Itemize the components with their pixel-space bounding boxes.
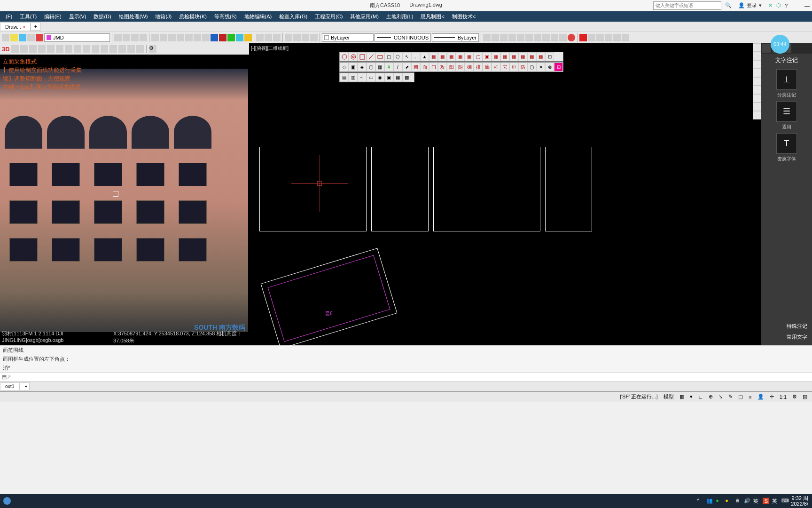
save-icon[interactable] bbox=[123, 34, 130, 41]
tray-sogou-icon[interactable]: S bbox=[763, 498, 769, 504]
c1-icon[interactable]: 圖 bbox=[411, 63, 420, 71]
sb-lw[interactable]: ≡ bbox=[747, 394, 753, 400]
c11-icon[interactable]: 它 bbox=[500, 63, 509, 71]
menu-sifan[interactable]: 思凡制图< bbox=[417, 12, 448, 22]
vt-8-icon[interactable] bbox=[753, 103, 761, 111]
3d-tool-15-icon[interactable] bbox=[136, 45, 144, 53]
grid-icon[interactable] bbox=[273, 34, 281, 41]
new-icon[interactable] bbox=[114, 34, 122, 41]
c12-icon[interactable]: 框 bbox=[509, 63, 518, 71]
command-input[interactable] bbox=[11, 374, 810, 380]
d7-icon[interactable]: ▦ bbox=[393, 73, 402, 82]
brush-icon[interactable] bbox=[194, 34, 201, 41]
c17-icon[interactable]: ⊡ bbox=[554, 63, 563, 71]
diamond-icon[interactable]: ◇ bbox=[340, 63, 349, 71]
c6-icon[interactable]: 阴 bbox=[456, 63, 465, 71]
sel-f-icon[interactable] bbox=[525, 34, 533, 41]
sb-person[interactable]: 👤 bbox=[756, 394, 766, 400]
layer-lock-icon[interactable] bbox=[27, 34, 35, 41]
dropper-icon[interactable] bbox=[202, 34, 210, 41]
d4-icon[interactable]: ▭ bbox=[367, 73, 375, 82]
3d-tool-13-icon[interactable] bbox=[118, 45, 126, 53]
sb-ratio[interactable]: 1:1 bbox=[778, 394, 789, 400]
b7-icon[interactable]: ▣ bbox=[483, 52, 492, 61]
sb-osnap[interactable]: ✎ bbox=[726, 394, 734, 400]
3d-tool-10-icon[interactable] bbox=[92, 45, 99, 53]
paste-icon[interactable] bbox=[168, 34, 176, 41]
b5-icon[interactable]: ▦ bbox=[465, 52, 474, 61]
d2-icon[interactable]: ▥ bbox=[349, 73, 358, 82]
donut-icon[interactable] bbox=[349, 52, 358, 61]
dim-icon[interactable] bbox=[256, 34, 264, 41]
line-icon[interactable] bbox=[244, 34, 252, 41]
vt-5-icon[interactable] bbox=[753, 77, 761, 86]
tray-keyboard-icon[interactable]: ⌨ bbox=[781, 498, 788, 504]
b4-icon[interactable]: ▦ bbox=[456, 52, 465, 61]
globe-icon[interactable] bbox=[236, 34, 243, 41]
grid2-icon[interactable]: ▦ bbox=[375, 63, 384, 71]
line-draw-icon[interactable] bbox=[367, 52, 375, 61]
b14-icon[interactable]: ⊡ bbox=[545, 52, 554, 61]
b8-icon[interactable]: ▦ bbox=[492, 52, 500, 61]
c15-icon[interactable]: ✕ bbox=[536, 63, 545, 71]
tray-people-icon[interactable]: 👥 bbox=[706, 498, 713, 504]
login-button[interactable]: 👤 登录 ▾ bbox=[735, 2, 765, 9]
menu-view[interactable]: 显示(V) bbox=[65, 12, 90, 22]
frame-icon[interactable]: ▢ bbox=[367, 63, 375, 71]
target-icon[interactable]: ◈ bbox=[358, 63, 367, 71]
sel-h-icon[interactable] bbox=[542, 34, 550, 41]
b2-icon[interactable]: ▦ bbox=[438, 52, 447, 61]
sel-d-icon[interactable] bbox=[508, 34, 516, 41]
b6-icon[interactable]: ▢ bbox=[474, 52, 483, 61]
help-icon[interactable]: ? bbox=[785, 3, 788, 8]
sb-snap[interactable]: ∟ bbox=[696, 394, 705, 400]
export-icon[interactable] bbox=[293, 34, 301, 41]
sel-e-icon[interactable] bbox=[517, 34, 524, 41]
sb-ortho[interactable]: ↘ bbox=[717, 394, 725, 400]
b10-icon[interactable]: ▦ bbox=[509, 52, 518, 61]
menu-tools[interactable]: 工具(T) bbox=[16, 12, 40, 22]
binoculars-icon[interactable]: 🔍 bbox=[725, 2, 732, 9]
vt-7-icon[interactable] bbox=[753, 94, 761, 103]
3d-tool-4-icon[interactable] bbox=[38, 45, 46, 53]
common-text-link[interactable]: 常用文字 bbox=[764, 332, 809, 342]
grid-toggle[interactable]: ▦ bbox=[678, 394, 686, 400]
d5-icon[interactable]: ◉ bbox=[375, 73, 384, 82]
b12-icon[interactable]: ▦ bbox=[527, 52, 536, 61]
c13-icon[interactable]: 防 bbox=[518, 63, 527, 71]
c8-icon[interactable]: 排 bbox=[474, 63, 483, 71]
3d-tool-3-icon[interactable] bbox=[29, 45, 37, 53]
c3-icon[interactable]: 门 bbox=[429, 63, 438, 71]
3d-tool-9-icon[interactable] bbox=[83, 45, 90, 53]
tray-ime2-text[interactable]: 英 bbox=[772, 498, 779, 504]
end2-icon[interactable] bbox=[588, 34, 595, 41]
menu-contour[interactable]: 等高线(S) bbox=[211, 12, 241, 22]
end3-icon[interactable] bbox=[596, 34, 604, 41]
3d-tool-2-icon[interactable] bbox=[20, 45, 28, 53]
menu-cadastral[interactable]: 地籍(J) bbox=[151, 12, 175, 22]
panel-tab-1[interactable] bbox=[762, 44, 771, 53]
sb-dyn[interactable]: ▢ bbox=[736, 394, 745, 400]
c16-icon[interactable]: ⊗ bbox=[545, 63, 554, 71]
swatch1-icon[interactable] bbox=[211, 34, 218, 41]
draw-toolbar-2[interactable]: ◇ ▣ ◈ ▢ ▦ # / ⬈ 圖 面 门 攻 阳 阴 棚 排 廊 bbox=[339, 62, 563, 72]
special-annotation-link[interactable]: 特殊注记 bbox=[764, 321, 809, 332]
tray-monitor-icon[interactable]: 🖥 bbox=[734, 498, 741, 504]
vt-2-icon[interactable] bbox=[753, 52, 761, 60]
sb-gear[interactable]: ⚙ bbox=[790, 394, 799, 400]
hash-icon[interactable]: # bbox=[384, 63, 393, 71]
circle-icon[interactable] bbox=[340, 52, 349, 61]
vt-4-icon[interactable] bbox=[753, 69, 761, 77]
annotation-item-font[interactable]: T 变换字体 bbox=[775, 133, 798, 162]
move-icon[interactable]: ⬈ bbox=[402, 63, 411, 71]
cross-icon[interactable]: ▣ bbox=[349, 63, 358, 71]
menu-edit[interactable]: 编辑(E) bbox=[40, 12, 65, 22]
new-tab-button[interactable]: + bbox=[31, 23, 41, 31]
color-dropdown[interactable]: ByLayer bbox=[322, 33, 374, 42]
3d-tool-6-icon[interactable] bbox=[56, 45, 63, 53]
cmd-arrow-icon[interactable]: ⬒↗ bbox=[2, 374, 11, 380]
3d-tool-8-icon[interactable] bbox=[74, 45, 81, 53]
c14-icon[interactable]: ▢ bbox=[527, 63, 536, 71]
annotation-item-general[interactable]: ☰ 通用 bbox=[775, 101, 798, 130]
annotation-item-category[interactable]: ⊥ 分类注记 bbox=[775, 69, 798, 98]
